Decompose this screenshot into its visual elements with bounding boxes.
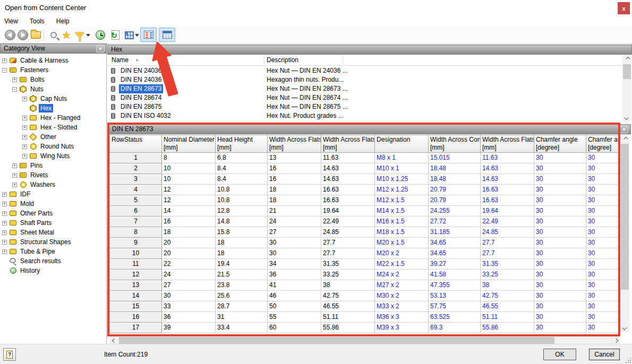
table-row[interactable]: 1020183027.7M20 x 234.6527.73030 [110, 248, 618, 259]
plus-expander-icon[interactable]: + [12, 183, 17, 187]
back-button[interactable] [3, 28, 17, 42]
table-row[interactable]: 1636315551.11M36 x 363.52551.113030 [110, 312, 618, 323]
scroll-up-button[interactable] [622, 55, 631, 63]
tree-item-hex-flanged[interactable]: +Hex - Flanged [0, 113, 106, 123]
table-row[interactable]: 51210.81816.63M12 x 1.520.7916.633030 [110, 195, 618, 206]
table-column-header-1[interactable]: Nominal Diameter[mm] [162, 135, 216, 153]
plus-expander-icon[interactable]: + [22, 154, 27, 159]
column-divider[interactable] [343, 56, 343, 65]
favorites-button[interactable]: ★ [59, 28, 73, 42]
menu-view[interactable]: View [0, 16, 22, 25]
tree-item-cap-nuts[interactable]: +Cap Nuts [0, 94, 106, 103]
menu-help[interactable]: Help [52, 16, 74, 25]
tree-item-tube-pipe[interactable]: +Tube & Pipe [0, 247, 106, 256]
minus-expander-icon[interactable]: - [2, 68, 7, 73]
column-header-name[interactable]: Name [112, 56, 129, 64]
table-row[interactable]: 71614.82422.49M16 x 1.527.7222.493030 [110, 216, 618, 227]
tree-item-other[interactable]: +Other [0, 132, 106, 142]
category-view-close-icon[interactable]: ✕ [96, 45, 105, 53]
menu-tools[interactable]: Tools [25, 16, 49, 25]
plus-expander-icon[interactable]: + [2, 221, 7, 226]
scroll-down-button[interactable] [622, 114, 631, 122]
scrollbar-thumb[interactable] [119, 337, 554, 344]
table-row[interactable]: 81815.82724.85M18 x 1.531.18524.853030 [110, 227, 618, 238]
tree-item-pins[interactable]: +Pins [0, 161, 106, 170]
plus-expander-icon[interactable]: + [2, 211, 7, 216]
plus-expander-icon[interactable]: + [2, 192, 7, 197]
tree-item-nuts[interactable]: -Nuts [0, 84, 106, 94]
tree-item-search-results[interactable]: Search results [0, 256, 106, 266]
table-row[interactable]: 186.81311.63M8 x 115.01511.633030 [110, 153, 618, 163]
table-row[interactable]: 132723.84138M27 x 247.355383030 [110, 280, 618, 291]
table-column-header-9[interactable]: Chamfer angle[degree] [586, 135, 618, 153]
resize-grip[interactable] [625, 357, 631, 363]
plus-expander-icon[interactable]: + [12, 163, 17, 168]
plus-expander-icon[interactable]: + [22, 97, 27, 101]
table-column-header-8[interactable]: Chamfer angle[degree] [534, 135, 586, 153]
tree-item-shaft-parts[interactable]: +Shaft Parts [0, 218, 106, 228]
table-column-header-0[interactable]: RowStatus [110, 135, 162, 153]
plus-expander-icon[interactable]: + [22, 116, 27, 120]
table-row[interactable]: 112219.43431.35M22 x 1.539.2731.353030 [110, 259, 618, 270]
tree-item-sheet-metal[interactable]: +Sheet Metal [0, 228, 106, 237]
scroll-down-button[interactable] [620, 324, 629, 332]
list-item-din-en-28674[interactable]: DIN EN 28674Hex Nut — DIN EN 28674 ... [107, 93, 622, 102]
table-row[interactable]: 920183027.7M20 x 1.534.6527.73030 [110, 238, 618, 248]
list-vertical-scrollbar[interactable] [622, 55, 631, 122]
plus-expander-icon[interactable]: + [22, 144, 27, 149]
table-row[interactable]: 153328.75046.55M33 x 257.7546.553030 [110, 301, 618, 312]
scroll-up-button[interactable] [620, 135, 629, 143]
list-item-din-en-28675[interactable]: DIN EN 28675Hex Nut — DIN EN 28675 ... [107, 102, 622, 111]
plus-expander-icon[interactable]: + [12, 77, 17, 82]
tree-item-bolts[interactable]: +Bolts [0, 75, 106, 84]
column-divider[interactable] [264, 56, 264, 65]
up-one-level-button[interactable]: ↑ [29, 28, 42, 42]
table-column-header-4[interactable]: Width Across Flats[mm] [321, 135, 375, 153]
plus-expander-icon[interactable]: + [22, 135, 27, 140]
plus-expander-icon[interactable]: + [2, 249, 7, 254]
list-item-din-en-24036[interactable]: DIN EN 24036Hex Nut — DIN EN 24036 ... [107, 66, 622, 75]
tree-item-history[interactable]: History [0, 266, 106, 275]
table-column-header-2[interactable]: Head Height[mm] [216, 135, 268, 153]
tree-item-hex[interactable]: Hex [0, 103, 106, 113]
list-item-din-en-24036[interactable]: DIN EN 24036Hexagon thin nuts. Produ... [107, 75, 622, 84]
tree-item-washers[interactable]: +Washers [0, 180, 106, 189]
table-row[interactable]: 41210.81816.63M12 x 1.2520.7916.633030 [110, 185, 618, 195]
tree-item-fasteners[interactable]: -Fasteners [0, 65, 106, 75]
filter-caret-button[interactable] [85, 28, 91, 42]
table-row[interactable]: 173933.46055.86M39 x 369.355.863030 [110, 323, 618, 333]
table-row[interactable]: 143025.64642.75M30 x 253.1342.753030 [110, 291, 618, 301]
minus-expander-icon[interactable]: - [12, 87, 17, 92]
plus-expander-icon[interactable]: + [2, 240, 7, 245]
tree-item-idf[interactable]: +IDF [0, 189, 106, 199]
plus-expander-icon[interactable]: + [2, 58, 7, 63]
column-header-description[interactable]: Description [267, 56, 298, 64]
scrollbar-thumb[interactable] [621, 144, 629, 290]
tree-item-cable-harness[interactable]: +Cable & Harness [0, 56, 106, 65]
plus-expander-icon[interactable]: + [22, 125, 27, 130]
tree-item-round-nuts[interactable]: +Round Nuts [0, 142, 106, 151]
table-column-header-6[interactable]: Width Across Corner[mm] [429, 135, 481, 153]
table-row[interactable]: 61412.82119.64M14 x 1.524.25519.643030 [110, 206, 618, 216]
scrollbar-thumb[interactable] [623, 64, 631, 79]
cancel-button[interactable]: Cancel [589, 349, 620, 360]
table-view-button[interactable] [159, 28, 175, 42]
table-column-header-3[interactable]: Width Across Flats[mm] [268, 135, 321, 153]
tree-item-rivets[interactable]: +Rivets [0, 170, 106, 180]
tree-item-hex-slotted[interactable]: +Hex - Slotted [0, 123, 106, 132]
history-button[interactable] [93, 28, 107, 42]
list-item-din-en-iso-4032[interactable]: DIN EN ISO 4032Hex Nut. Product grades .… [107, 111, 622, 120]
list-item-din-en-28673[interactable]: DIN EN 28673Hex Nut — DIN EN 28673 ... [107, 84, 622, 93]
window-close-button[interactable]: x [618, 2, 630, 14]
part-view-button[interactable] [140, 28, 157, 42]
table-row[interactable]: 122421.53633.25M24 x 241.5833.253030 [110, 270, 618, 280]
table-column-header-5[interactable]: Designation [375, 135, 429, 153]
tree-item-structural-shapes[interactable]: +Structural Shapes [0, 237, 106, 247]
tree-item-wing-nuts[interactable]: +Wing Nuts [0, 151, 106, 161]
ok-button[interactable]: OK [543, 349, 576, 360]
forward-button[interactable] [16, 28, 30, 42]
tree-item-mold[interactable]: +Mold [0, 199, 106, 209]
plus-expander-icon[interactable]: + [2, 202, 7, 206]
help-button[interactable]: ? [3, 348, 16, 361]
plus-expander-icon[interactable]: + [12, 173, 17, 178]
